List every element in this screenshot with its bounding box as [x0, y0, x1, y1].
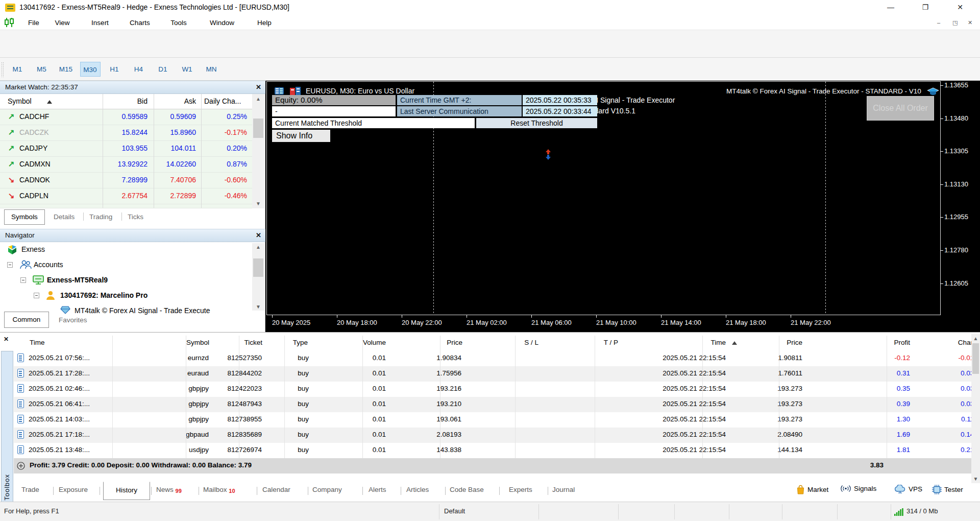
navigator-close-icon[interactable]: ✕: [256, 231, 261, 239]
navigator-item[interactable]: Exness-MT5Real9: [0, 273, 252, 288]
menu-help[interactable]: Help: [253, 17, 276, 29]
menu-file[interactable]: File: [22, 17, 45, 29]
toolbox-tab-trade[interactable]: Trade: [21, 486, 39, 493]
toolbox-tab-journal[interactable]: Journal: [552, 486, 575, 493]
history-col-price[interactable]: Price: [787, 339, 802, 346]
menu-charts[interactable]: Charts: [125, 17, 155, 29]
scroll-up-icon[interactable]: ▲: [252, 96, 264, 102]
history-row[interactable]: 2025.05.21 17:28:...euraud812844202buy0.…: [14, 366, 971, 382]
toolbox-tester-button[interactable]: Tester: [932, 485, 963, 494]
history-col-time[interactable]: Time: [711, 339, 726, 346]
restore-button[interactable]: ❐: [914, 0, 937, 14]
navigator-item[interactable]: Exness: [0, 242, 252, 257]
mw-col-bid[interactable]: Bid: [103, 97, 148, 105]
toolbox-close-icon[interactable]: ✕: [4, 336, 9, 343]
menu-window[interactable]: Window: [204, 17, 240, 29]
history-col-price[interactable]: Price: [447, 339, 462, 346]
history-col-tp[interactable]: T / P: [604, 339, 618, 346]
close-all-order-button[interactable]: Close All Order: [867, 96, 934, 121]
show-info-button[interactable]: Show Info: [272, 130, 330, 142]
scroll-down-icon[interactable]: ▼: [971, 476, 980, 482]
tab-ticks[interactable]: Ticks: [128, 213, 143, 221]
market-watch-row[interactable]: ↗ CADJPY 103.955 104.011 0.20%: [0, 141, 252, 157]
market-watch-row[interactable]: ↘ CADPLN 2.67754 2.72899 -0.46%: [0, 188, 252, 204]
tab-common[interactable]: Common: [4, 312, 49, 328]
history-col-ticket[interactable]: Ticket: [244, 339, 262, 346]
toolbox-tab-news[interactable]: News 99: [156, 486, 182, 494]
toolbox-tab-calendar[interactable]: Calendar: [262, 486, 290, 493]
history-col-symbol[interactable]: Symbol: [186, 339, 209, 346]
history-row[interactable]: 2025.05.21 06:41:...gbpjpy812487943buy0.…: [14, 397, 971, 412]
navigator-item[interactable]: Accounts: [0, 257, 252, 273]
doc-restore-icon[interactable]: ◳: [952, 19, 958, 26]
timeframe-h1[interactable]: H1: [104, 62, 125, 77]
history-vertical-scrollbar[interactable]: ▲▼: [971, 334, 980, 483]
market-watch-close-icon[interactable]: ✕: [256, 83, 261, 91]
timeframe-w1[interactable]: W1: [177, 62, 198, 77]
market-watch-row[interactable]: ↗ CADCHF 0.59589 0.59609 0.25%: [0, 109, 252, 125]
scroll-thumb[interactable]: [253, 258, 263, 277]
toolbox-tab-codebase[interactable]: Code Base: [450, 486, 484, 493]
timeframe-m15[interactable]: M15: [56, 62, 76, 77]
doc-close-icon[interactable]: ✕: [968, 19, 972, 26]
tab-details[interactable]: Details: [54, 213, 75, 221]
depth-of-market-icon[interactable]: [275, 87, 284, 94]
market-watch-row[interactable]: ↗ CADCZK 15.8244 15.8960 -0.17%: [0, 125, 252, 141]
history-col-sl[interactable]: S / L: [524, 339, 538, 346]
scroll-up-icon[interactable]: ▲: [971, 336, 980, 341]
tab-trading[interactable]: Trading: [89, 213, 112, 221]
history-header-row[interactable]: TimeSymbolTicketTypeVolumePriceS / LT / …: [14, 334, 971, 351]
status-profile[interactable]: Default: [444, 507, 465, 515]
tab-favorites[interactable]: Favorites: [59, 316, 87, 324]
market-watch-column-header[interactable]: Symbol Bid Ask Daily Cha...: [0, 94, 252, 109]
scroll-down-icon[interactable]: ▼: [252, 201, 264, 206]
scroll-thumb[interactable]: [972, 343, 979, 374]
mw-col-ask[interactable]: Ask: [154, 97, 196, 105]
history-col-volume[interactable]: Volume: [363, 339, 386, 346]
navigator-item[interactable]: 130417692: Marcelino Pro: [0, 288, 252, 303]
history-row[interactable]: 2025.05.21 07:56:...eurnzd812527350buy0.…: [14, 351, 971, 366]
toolbox-tab-company[interactable]: Company: [312, 486, 342, 493]
chart-area[interactable]: 1.136551.134801.133051.131301.129551.127…: [265, 81, 980, 332]
history-row[interactable]: 2025.05.21 13:48:...usdjpy812726974buy0.…: [14, 443, 971, 458]
minimize-button[interactable]: ―: [879, 0, 902, 14]
toolbox-signals-button[interactable]: Signals: [840, 485, 876, 492]
history-row[interactable]: 2025.05.21 02:46:...gbpjpy812422023buy0.…: [14, 382, 971, 397]
timeframe-m1[interactable]: M1: [7, 62, 28, 77]
scroll-down-icon[interactable]: ▼: [252, 304, 264, 310]
timeframe-mn[interactable]: MN: [201, 62, 222, 77]
doc-minimize-icon[interactable]: –: [937, 19, 940, 26]
ea-logo-icon[interactable]: [927, 87, 939, 96]
toolbox-tab-alerts[interactable]: Alerts: [369, 486, 386, 493]
toolbox-tab-mailbox[interactable]: Mailbox 10: [203, 486, 235, 494]
toolbox-tab-exposure[interactable]: Exposure: [59, 486, 88, 493]
history-row[interactable]: 2025.05.21 17:18:...gbpaud812835689buy0.…: [14, 428, 971, 443]
timeframe-d1[interactable]: D1: [153, 62, 173, 77]
menu-tools[interactable]: Tools: [166, 17, 191, 29]
reset-threshold-button[interactable]: Reset Threshold: [476, 118, 597, 128]
market-watch-row[interactable]: ↘ CADNOK 7.28999 7.40706 -0.60%: [0, 173, 252, 188]
market-watch-row[interactable]: ↗ CADMXN 13.92922 14.02260 0.87%: [0, 157, 252, 173]
history-col-type[interactable]: Type: [293, 339, 308, 346]
tab-symbols[interactable]: Symbols: [4, 209, 45, 225]
toolbox-tab-history[interactable]: History: [103, 482, 150, 500]
timeframe-m30[interactable]: M30: [80, 62, 101, 77]
scroll-thumb[interactable]: [253, 119, 263, 138]
timeframe-h4[interactable]: H4: [129, 62, 149, 77]
toolbox-tab-articles[interactable]: Articles: [406, 486, 429, 493]
one-click-trading-icon[interactable]: [290, 87, 301, 95]
history-row[interactable]: 2025.05.21 14:03:...gbpjpy812738955buy0.…: [14, 412, 971, 428]
timeframe-m5[interactable]: M5: [32, 62, 52, 77]
menu-insert[interactable]: Insert: [85, 17, 115, 29]
market-watch-row[interactable]: ↘ CADTRY 87.93786 88.88434 -0.86%: [0, 204, 252, 208]
mw-col-change[interactable]: Daily Cha...: [204, 97, 241, 105]
scroll-up-icon[interactable]: ▲: [252, 244, 264, 250]
menu-view[interactable]: View: [49, 17, 76, 29]
mw-col-symbol[interactable]: Symbol: [8, 97, 32, 105]
toolbox-tab-experts[interactable]: Experts: [509, 486, 532, 493]
close-button[interactable]: ✕: [949, 0, 971, 14]
toolbox-vps-button[interactable]: VPS: [894, 485, 922, 493]
history-col-time[interactable]: Time: [30, 339, 45, 346]
history-col-profit[interactable]: Profit: [894, 339, 910, 346]
toolbox-market-button[interactable]: Market: [796, 485, 828, 494]
